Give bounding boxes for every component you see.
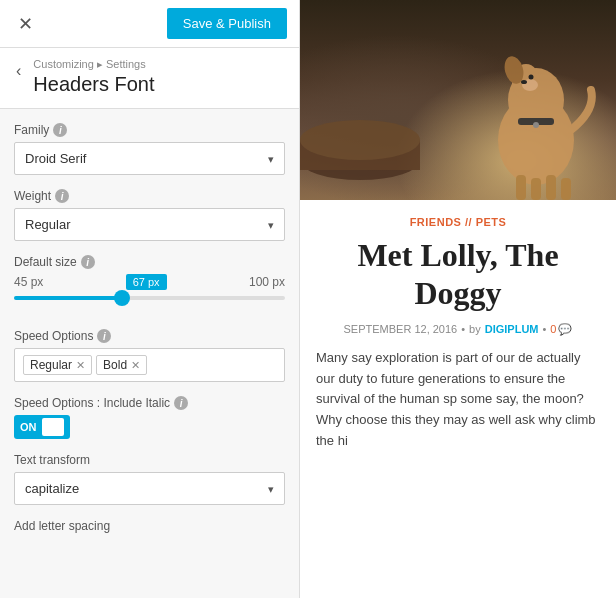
- article-category: FRIENDS // PETS: [316, 216, 600, 228]
- default-size-group: Default size i 45 px 67 px 100 px: [14, 255, 285, 315]
- article-title: Met Lolly, The Doggy: [316, 236, 600, 313]
- article-body: Many say exploration is part of our de a…: [316, 348, 600, 452]
- back-button[interactable]: ‹: [12, 60, 25, 82]
- close-button[interactable]: ✕: [12, 11, 39, 37]
- weight-group: Weight i Regular Bold Light Italic ▾: [14, 189, 285, 241]
- breadcrumb-section: ‹ Customizing ▸ Settings Headers Font: [0, 48, 299, 109]
- meta-by: by: [469, 323, 481, 335]
- speed-options-tags-container[interactable]: Regular ✕ Bold ✕: [14, 348, 285, 382]
- letter-spacing-group: Add letter spacing: [14, 519, 285, 533]
- family-label: Family i: [14, 123, 285, 137]
- family-info-icon[interactable]: i: [53, 123, 67, 137]
- log-icon: [300, 110, 420, 190]
- dog-silhouette-icon: [466, 10, 596, 200]
- svg-point-5: [521, 80, 527, 84]
- meta-dot2: •: [543, 323, 547, 335]
- text-transform-label: Text transform: [14, 453, 285, 467]
- meta-comments: 0 💬: [550, 323, 572, 336]
- speed-options-label: Speed Options i: [14, 329, 285, 343]
- meta-author: DIGIPLUM: [485, 323, 539, 335]
- svg-point-12: [533, 122, 539, 128]
- top-bar: ✕ Save & Publish: [0, 0, 299, 48]
- family-select[interactable]: Droid Serif Arial Georgia Times New Roma…: [15, 143, 284, 174]
- speed-italic-group: Speed Options : Include Italic i ON: [14, 396, 285, 439]
- weight-select-wrapper: Regular Bold Light Italic ▾: [14, 208, 285, 241]
- meta-date: SEPTEMBER 12, 2016: [344, 323, 458, 335]
- letter-spacing-label: Add letter spacing: [14, 519, 285, 533]
- speed-options-group: Speed Options i Regular ✕ Bold ✕: [14, 329, 285, 382]
- default-size-label: Default size i: [14, 255, 285, 269]
- toggle-knob: [42, 418, 64, 436]
- toggle-on-label: ON: [20, 421, 37, 433]
- article-meta: SEPTEMBER 12, 2016 • by DIGIPLUM • 0 💬: [316, 323, 600, 336]
- size-current-badge: 67 px: [126, 274, 167, 290]
- weight-info-icon[interactable]: i: [55, 189, 69, 203]
- size-max: 100 px: [249, 275, 285, 289]
- preview-image: [300, 0, 616, 200]
- svg-rect-7: [516, 175, 526, 200]
- size-min: 45 px: [14, 275, 43, 289]
- breadcrumb: Customizing ▸ Settings: [33, 58, 154, 71]
- tag-regular: Regular ✕: [23, 355, 92, 375]
- page-title: Headers Font: [33, 73, 154, 96]
- speed-italic-info-icon[interactable]: i: [174, 396, 188, 410]
- svg-point-15: [300, 120, 420, 160]
- toggle-row: ON: [14, 415, 285, 439]
- tag-bold: Bold ✕: [96, 355, 147, 375]
- speed-italic-label: Speed Options : Include Italic i: [14, 396, 285, 410]
- slider-fill: [14, 296, 122, 300]
- toggle-switch[interactable]: ON: [14, 415, 70, 439]
- weight-select[interactable]: Regular Bold Light Italic: [15, 209, 284, 240]
- meta-dot1: •: [461, 323, 465, 335]
- svg-rect-8: [531, 178, 541, 200]
- tag-regular-remove[interactable]: ✕: [76, 359, 85, 372]
- family-select-wrapper: Droid Serif Arial Georgia Times New Roma…: [14, 142, 285, 175]
- text-transform-select-wrapper: capitalize uppercase lowercase none ▾: [14, 472, 285, 505]
- svg-rect-10: [561, 178, 571, 200]
- speed-options-info-icon[interactable]: i: [97, 329, 111, 343]
- form-content: Family i Droid Serif Arial Georgia Times…: [0, 109, 299, 598]
- svg-rect-9: [546, 175, 556, 200]
- weight-label: Weight i: [14, 189, 285, 203]
- comment-icon: 💬: [558, 323, 572, 336]
- slider-track: [14, 296, 285, 300]
- save-publish-button[interactable]: Save & Publish: [167, 8, 287, 39]
- right-panel: FRIENDS // PETS Met Lolly, The Doggy SEP…: [300, 0, 616, 598]
- family-group: Family i Droid Serif Arial Georgia Times…: [14, 123, 285, 175]
- default-size-info-icon[interactable]: i: [81, 255, 95, 269]
- size-row: 45 px 67 px 100 px: [14, 274, 285, 290]
- tag-bold-remove[interactable]: ✕: [131, 359, 140, 372]
- article-content: FRIENDS // PETS Met Lolly, The Doggy SEP…: [300, 200, 616, 468]
- text-transform-select[interactable]: capitalize uppercase lowercase none: [15, 473, 284, 504]
- svg-point-6: [529, 75, 534, 80]
- left-panel: ✕ Save & Publish ‹ Customizing ▸ Setting…: [0, 0, 300, 598]
- text-transform-group: Text transform capitalize uppercase lowe…: [14, 453, 285, 505]
